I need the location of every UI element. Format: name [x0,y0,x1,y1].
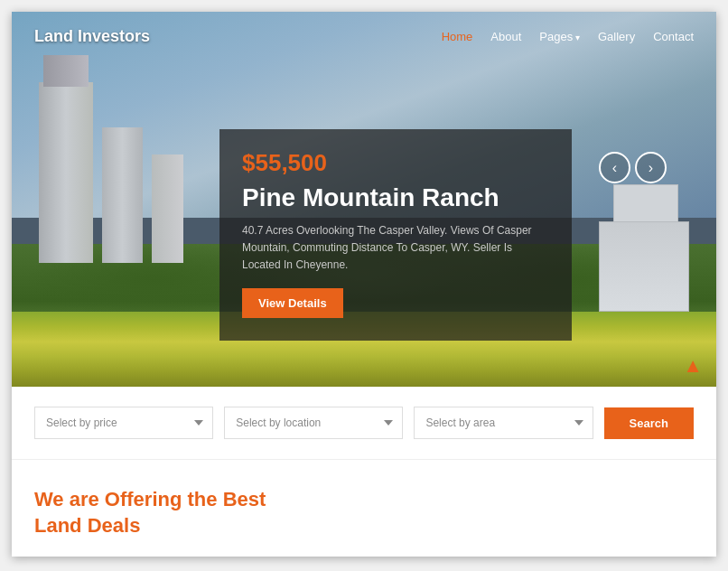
tower-secondary [102,127,143,263]
nav-contact[interactable]: Contact [653,30,694,43]
navbar: Land Investors Home About Pages Gallery … [12,12,716,61]
section-title: We are Offering the Best Land Deals [34,487,694,538]
location-select[interactable]: Select by location WyomingColoradoMontan… [224,407,403,439]
section-title-line1: We are Offering the Best [34,488,266,510]
search-button[interactable]: Search [604,407,694,439]
prev-arrow[interactable]: ‹ [599,152,630,183]
nav-about[interactable]: About [490,30,521,43]
view-details-button[interactable]: View Details [242,288,343,318]
carousel-arrows: ‹ › [599,152,667,183]
nav-home[interactable]: Home [442,30,473,43]
hero-description: 40.7 Acres Overlooking The Casper Valley… [242,222,549,275]
price-select[interactable]: Select by price Under $50,000$50,000 - $… [34,407,213,439]
hero-section: Land Investors Home About Pages Gallery … [12,12,716,387]
section-title-line2: Land Deals [34,514,140,537]
tower-third [152,154,183,263]
nav-links: Home About Pages Gallery Contact [442,30,694,43]
content-section: We are Offering the Best Land Deals [12,460,716,557]
area-select[interactable]: Select by area Under 10 Acres10-50 Acres… [414,407,593,439]
nav-gallery[interactable]: Gallery [598,30,635,43]
hero-price: $55,500 [242,149,549,177]
search-section: Select by price Under $50,000$50,000 - $… [12,387,716,460]
hero-card: $55,500 Pine Mountain Ranch 40.7 Acres O… [219,129,572,341]
nav-pages[interactable]: Pages [539,30,580,43]
map-icon: ▲ [683,354,703,378]
tower-main [39,82,93,263]
next-arrow[interactable]: › [635,152,667,183]
buildings-right [599,221,689,312]
brand-name: Land Investors [34,27,150,46]
hero-title: Pine Mountain Ranch [242,183,549,213]
